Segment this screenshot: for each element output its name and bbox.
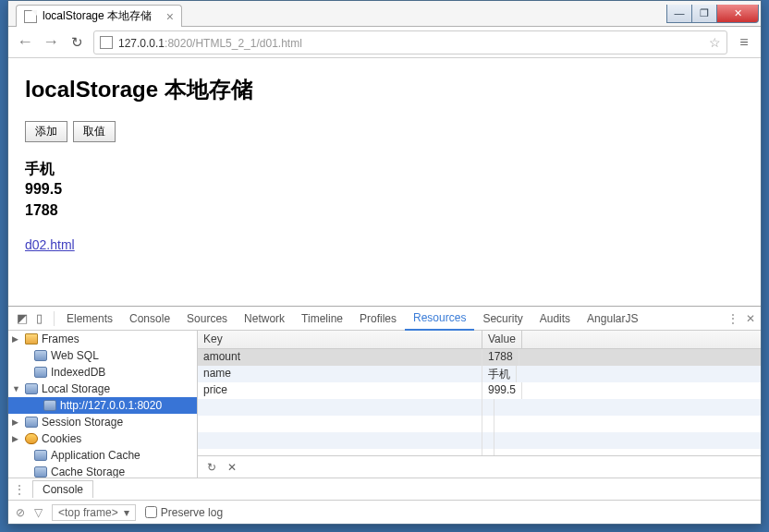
delete-icon[interactable]: ✕ [227,461,237,474]
bookmark-icon[interactable]: ☆ [709,35,721,50]
get-button[interactable]: 取值 [73,121,116,142]
tree-item[interactable]: IndexedDB [8,364,197,381]
page-heading: localStorage 本地存储 [25,75,744,104]
frame-selector[interactable]: <top frame>▾ [52,504,136,521]
clear-console-icon[interactable]: ⊘ [16,506,25,519]
column-key[interactable]: Key [198,331,482,348]
tree-item[interactable]: ▼Local Storage [8,381,197,397]
menu-icon[interactable]: ≡ [735,34,753,51]
devtools-tab-network[interactable]: Network [236,307,293,331]
address-bar[interactable]: 127.0.0.1:8020/HTML5_2_1/d01.html ☆ [93,30,727,54]
console-drawer-more-icon[interactable]: ⋮ [14,483,25,496]
device-icon[interactable]: ▯ [31,310,47,327]
preserve-log-input[interactable] [145,506,157,518]
devtools-tab-angularjs[interactable]: AngularJS [579,307,646,331]
inspect-icon[interactable]: ◩ [14,310,31,327]
devtools-tab-console[interactable]: Console [121,307,178,331]
devtools-tab-sources[interactable]: Sources [178,307,236,331]
output-price: 999.5 [25,179,744,200]
tree-item[interactable]: Cache Storage [8,464,197,478]
console-drawer-tab[interactable]: Console [32,480,93,498]
add-button[interactable]: 添加 [25,121,67,142]
storage-table[interactable]: amount1788name手机price999.5 [198,349,761,455]
column-value[interactable]: Value [482,331,522,348]
devtools-tab-security[interactable]: Security [474,307,531,331]
tab-close-icon[interactable]: × [166,9,174,24]
reload-button[interactable]: ↻ [67,34,86,51]
back-button[interactable]: ← [16,32,34,52]
tree-item[interactable]: ▶Cookies [8,430,197,447]
tab-title: localStorage 本地存储 [43,8,152,24]
minimize-button[interactable]: — [666,5,692,23]
devtools-tab-profiles[interactable]: Profiles [351,307,405,331]
devtools-tab-timeline[interactable]: Timeline [293,307,351,331]
filter-icon[interactable]: ▽ [34,506,43,519]
output-name: 手机 [25,159,744,179]
resources-tree[interactable]: ▶FramesWeb SQLIndexedDB▼Local Storagehtt… [8,331,198,478]
table-row[interactable]: name手机 [198,366,761,382]
file-icon [24,10,37,23]
devtools-tab-elements[interactable]: Elements [58,307,121,331]
devtools-close-icon[interactable]: ✕ [746,312,755,325]
output-amount: 1788 [25,200,744,221]
url-text: 127.0.0.1:8020/HTML5_2_1/d01.html [118,35,302,50]
tree-item[interactable]: http://127.0.0.1:8020 [8,397,197,414]
devtools-panel: ◩ ▯ ElementsConsoleSourcesNetworkTimelin… [8,306,761,524]
tree-item[interactable]: ▶Session Storage [8,414,197,430]
tree-item[interactable]: Application Cache [8,447,197,464]
forward-button[interactable]: → [42,32,60,52]
tree-item[interactable]: Web SQL [8,347,197,364]
preserve-log-checkbox[interactable]: Preserve log [145,506,223,519]
close-button[interactable]: ✕ [716,5,759,23]
page-icon [100,36,113,49]
devtools-more-icon[interactable]: ⋮ [727,312,738,325]
link-d02[interactable]: d02.html [25,237,75,252]
table-row[interactable]: price999.5 [198,382,761,399]
browser-tab[interactable]: localStorage 本地存储 × [16,5,182,27]
maximize-button[interactable]: ❐ [691,5,717,23]
devtools-tab-audits[interactable]: Audits [531,307,579,331]
table-row[interactable]: amount1788 [198,349,761,366]
tree-item[interactable]: ▶Frames [8,331,197,347]
refresh-icon[interactable]: ↻ [207,461,216,474]
devtools-tab-resources[interactable]: Resources [405,307,474,331]
